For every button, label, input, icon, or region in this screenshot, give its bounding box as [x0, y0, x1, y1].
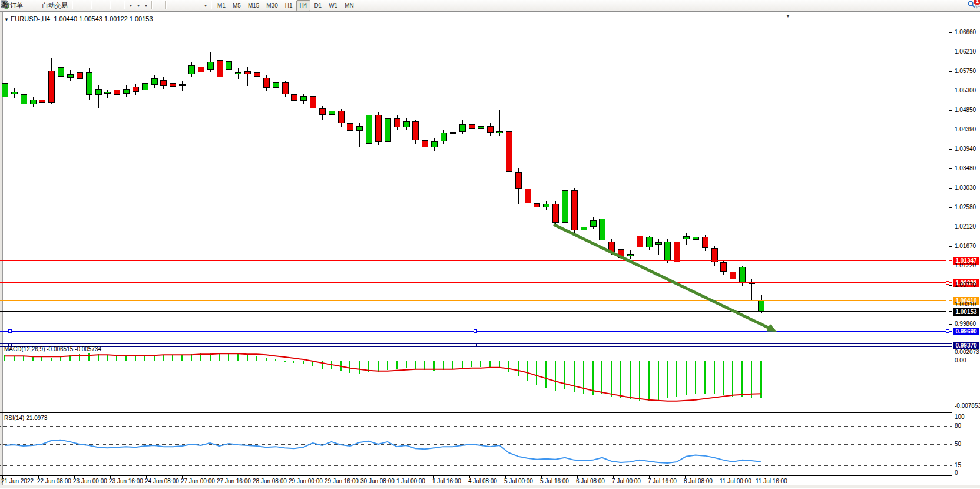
candle	[730, 272, 736, 279]
line-anchor-handle[interactable]	[946, 329, 949, 333]
timeframe-button-h4[interactable]: H4	[296, 0, 311, 11]
price-tick	[949, 246, 952, 247]
timeframe-button-m5[interactable]: M5	[229, 0, 244, 11]
chart-shift-marker-icon[interactable]: ▼	[786, 14, 790, 19]
macd-histogram-bar	[630, 361, 631, 399]
level-line-1.01347[interactable]	[0, 260, 952, 261]
templates-button[interactable]: ▾	[142, 0, 150, 11]
text-button[interactable]: A	[192, 0, 197, 11]
timeframe-button-mn[interactable]: MN	[341, 0, 357, 11]
level-line-1.00410[interactable]	[0, 300, 952, 301]
market-watch-button[interactable]	[25, 0, 30, 11]
macd-histogram-bar	[387, 361, 388, 370]
candle	[151, 78, 158, 85]
price-tick	[949, 110, 952, 111]
chart-expand-icon[interactable]: ▼	[4, 17, 9, 22]
candle	[67, 74, 74, 78]
timeframe-button-m1[interactable]: M1	[214, 0, 229, 11]
macd-histogram-bar	[51, 358, 52, 361]
search-button[interactable]	[967, 0, 972, 11]
candle	[441, 133, 447, 141]
pane-separator[interactable]	[0, 411, 952, 411]
crosshair-button[interactable]	[159, 0, 164, 11]
macd-histogram-bar	[396, 361, 398, 369]
new-order-button[interactable]: 新订单	[1, 0, 25, 11]
timeframe-button-m30[interactable]: M30	[263, 0, 281, 11]
cursor-button[interactable]	[154, 0, 159, 11]
level-line-1.00153[interactable]	[0, 311, 952, 312]
chart-shift-button[interactable]	[117, 0, 122, 11]
timeframe-button-h1[interactable]: H1	[282, 0, 296, 11]
fibonacci-button[interactable]: F	[187, 0, 192, 11]
macd-histogram-bar	[228, 353, 229, 361]
candle	[394, 118, 400, 127]
pane-separator[interactable]	[0, 412, 952, 413]
macd-histogram-bar	[154, 355, 155, 361]
navigator-button[interactable]	[35, 0, 39, 11]
macd-label: MACD(12,26,9) -0.006515 -0.005734	[4, 346, 101, 352]
line-drag-handle[interactable]	[8, 329, 12, 333]
time-axis-label: 6 Jul 08:00	[576, 478, 605, 484]
periods-button[interactable]: ▾	[134, 0, 142, 11]
macd-histogram-bar	[331, 361, 332, 369]
line-anchor-handle[interactable]	[946, 343, 949, 347]
new-chart-button[interactable]: ▾	[127, 0, 134, 11]
candle	[422, 140, 428, 147]
timeframe-button-w1[interactable]: W1	[325, 0, 341, 11]
macd-histogram-bar	[14, 356, 15, 361]
timeframe-button-m15[interactable]: M15	[244, 0, 263, 11]
candle	[431, 141, 438, 147]
horizontal-line-button[interactable]	[173, 0, 178, 11]
price-tick	[949, 207, 952, 208]
price-tick	[949, 305, 952, 305]
text-label-button[interactable]: T	[197, 0, 201, 11]
macd-histogram-bar	[191, 354, 192, 361]
line-drag-handle[interactable]	[474, 329, 477, 333]
zoom-out-button[interactable]	[98, 0, 103, 11]
macd-axis-label: 0.00	[955, 358, 966, 364]
candle	[39, 100, 45, 103]
candlestick-button[interactable]	[80, 0, 84, 11]
candle	[30, 100, 37, 104]
chart-title-overlay: ▼ EURUSD-,H4 1.00440 1.00543 1.00122 1.0…	[4, 15, 153, 22]
zoom-in-button[interactable]	[94, 0, 98, 11]
toolbar-separator	[124, 1, 125, 9]
candle-wick	[658, 239, 659, 255]
macd-histogram-bar	[518, 361, 519, 376]
line-anchor-handle[interactable]	[946, 281, 949, 285]
bar-chart-button[interactable]	[75, 0, 80, 11]
line-chart-button[interactable]	[84, 0, 89, 11]
macd-histogram-bar	[433, 361, 435, 371]
candle	[58, 67, 64, 77]
line-drag-handle[interactable]	[474, 343, 477, 347]
macd-histogram-bar	[527, 361, 528, 381]
macd-histogram-bar	[462, 361, 463, 368]
arrows-button[interactable]: ▾	[201, 0, 209, 11]
main-toolbar: 新订单自动交易▾▾▾EFAT▾M1M5M15M30H1H4D1W1MN	[0, 0, 980, 11]
auto-scroll-button[interactable]	[112, 0, 117, 11]
auto-trading-button[interactable]: 自动交易	[39, 0, 70, 11]
candle	[608, 242, 615, 252]
macd-histogram-bar	[471, 361, 472, 367]
rsi-axis-label: 50	[955, 441, 961, 447]
macd-histogram-bar	[125, 355, 127, 361]
price-tick	[949, 285, 952, 286]
data-window-button[interactable]	[30, 0, 35, 11]
equidistant-channel-button[interactable]: E	[183, 0, 187, 11]
line-anchor-handle[interactable]	[946, 259, 949, 262]
candle	[207, 62, 214, 70]
timeframe-button-d1[interactable]: D1	[310, 0, 325, 11]
pane-separator[interactable]	[0, 343, 952, 343]
tile-windows-button[interactable]	[103, 0, 108, 11]
candle	[720, 262, 727, 272]
line-anchor-handle[interactable]	[946, 310, 949, 313]
vertical-line-button[interactable]	[168, 0, 173, 11]
macd-histogram-bar	[293, 361, 294, 363]
level-line-1.00826[interactable]	[0, 282, 952, 283]
notifications-button[interactable]: 1	[974, 0, 979, 11]
line-anchor-handle[interactable]	[946, 299, 949, 302]
rsi-label: RSI(14) 21.0973	[4, 415, 47, 421]
candle	[217, 60, 223, 77]
candle	[552, 204, 559, 223]
trendline-button[interactable]	[178, 0, 183, 11]
